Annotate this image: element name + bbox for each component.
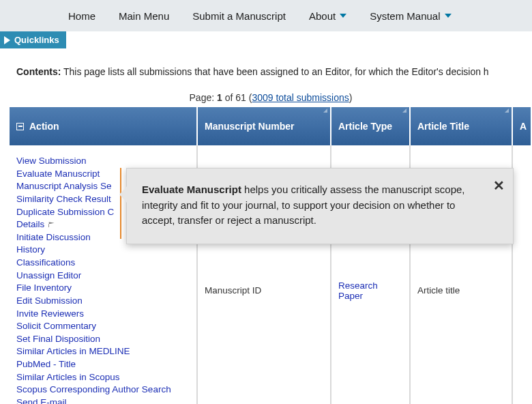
collapse-icon[interactable]	[16, 123, 24, 130]
col-manuscript-number-label: Manuscript Number	[205, 121, 294, 132]
arrow-right-icon	[4, 36, 10, 44]
sort-icon	[505, 109, 509, 113]
action-view-submission[interactable]: View Submission	[16, 155, 190, 168]
tooltip-pointer-rule	[120, 168, 121, 239]
cell-extra	[513, 145, 531, 404]
action-similar-scopus[interactable]: Similar Articles in Scopus	[16, 371, 190, 384]
contents-description: Contents: This page lists all submission…	[0, 48, 532, 89]
col-manuscript-number[interactable]: Manuscript Number	[198, 107, 331, 145]
quicklinks-button[interactable]: Quicklinks	[0, 31, 66, 48]
contents-text: This page lists all submissions that hav…	[63, 66, 489, 77]
action-details-label: Details	[16, 219, 44, 229]
col-article-title[interactable]: Article Title	[411, 107, 513, 145]
quicklinks-label: Quicklinks	[14, 35, 59, 45]
flag-icon	[48, 222, 55, 227]
col-extra-label: A	[520, 121, 527, 132]
action-send-email[interactable]: Send E-mail	[16, 396, 190, 404]
top-nav: Home Main Menu Submit a Manuscript About…	[0, 0, 532, 31]
nav-system-manual[interactable]: System Manual	[370, 10, 451, 22]
chevron-down-icon	[445, 14, 452, 18]
tooltip-term: Evaluate Manuscript	[142, 184, 241, 195]
pager-suffix: )	[349, 92, 353, 103]
nav-submit-manuscript[interactable]: Submit a Manuscript	[192, 10, 286, 22]
evaluate-manuscript-tooltip: ✕ Evaluate Manuscript helps you critical…	[126, 168, 514, 244]
action-invite-reviewers[interactable]: Invite Reviewers	[16, 308, 190, 321]
action-set-final-disposition[interactable]: Set Final Disposition	[16, 333, 190, 346]
tooltip-close-button[interactable]: ✕	[493, 175, 505, 196]
pager: Page: 1 of 61 (3009 total submissions)	[10, 89, 532, 107]
action-scopus-author-search[interactable]: Scopus Corresponding Author Search	[16, 384, 190, 396]
col-article-type[interactable]: Article Type	[331, 107, 411, 145]
action-edit-submission[interactable]: Edit Submission	[16, 295, 190, 308]
pager-current: 1	[217, 92, 222, 103]
nav-about[interactable]: About	[309, 10, 346, 22]
contents-label: Contents:	[16, 66, 61, 77]
col-action[interactable]: Action	[10, 107, 198, 145]
col-extra[interactable]: A	[513, 107, 531, 145]
quicklinks-bar: Quicklinks	[0, 31, 532, 48]
action-similar-medline[interactable]: Similar Articles in MEDLINE	[16, 345, 190, 358]
nav-main-menu[interactable]: Main Menu	[119, 10, 169, 22]
col-article-type-label: Article Type	[338, 121, 392, 132]
action-classifications[interactable]: Classifications	[16, 257, 190, 270]
pager-of: of 61 (	[222, 92, 252, 103]
action-unassign-editor[interactable]: Unassign Editor	[16, 270, 190, 283]
sort-icon	[402, 109, 407, 113]
table-header: Action Manuscript Number Article Type Ar…	[10, 107, 532, 145]
submissions-table: Page: 1 of 61 (3009 total submissions) A…	[10, 89, 532, 404]
chevron-down-icon	[340, 14, 346, 18]
article-title-value: Article title	[417, 285, 460, 295]
article-type-value[interactable]: Research Paper	[338, 280, 402, 301]
pager-total-link[interactable]: 3009 total submissions	[252, 92, 349, 103]
nav-about-label: About	[309, 10, 336, 22]
nav-system-manual-label: System Manual	[370, 10, 440, 22]
action-history[interactable]: History	[16, 244, 190, 257]
col-article-title-label: Article Title	[417, 121, 469, 132]
pager-prefix: Page:	[190, 92, 217, 103]
action-pubmed-title[interactable]: PubMed - Title	[16, 358, 190, 371]
sort-icon	[323, 109, 327, 113]
manuscript-id-value: Manuscript ID	[205, 285, 261, 295]
col-action-label: Action	[29, 121, 59, 132]
action-file-inventory[interactable]: File Inventory	[16, 282, 190, 295]
nav-home[interactable]: Home	[68, 10, 95, 22]
action-solicit-commentary[interactable]: Solicit Commentary	[16, 320, 190, 333]
